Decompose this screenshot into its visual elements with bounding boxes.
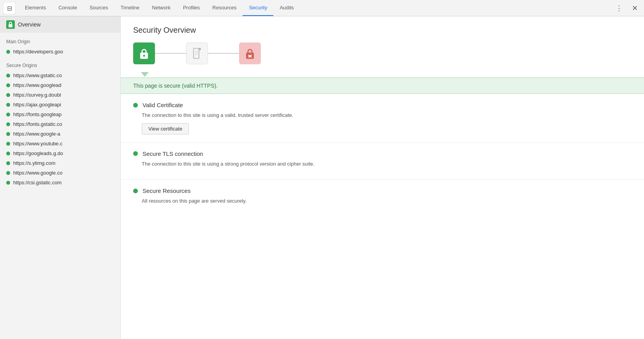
resources-status-dot: [133, 189, 138, 193]
origin-dot: [6, 161, 10, 165]
origin-dot-main: [6, 50, 10, 54]
toolbar-right: ⋮ ✕: [612, 2, 641, 14]
secure-banner: This page is secure (valid HTTPS).: [121, 78, 644, 94]
origin-dot: [6, 83, 10, 87]
connection-diagram: [121, 42, 644, 72]
tls-section-desc: The connection to this site is using a s…: [142, 160, 632, 168]
tab-sources[interactable]: Sources: [83, 0, 114, 16]
tls-status-dot: [133, 151, 138, 156]
secure-lock-node: [133, 42, 155, 64]
certificate-section-header: Valid Certificate: [133, 102, 632, 108]
list-item[interactable]: https://fonts.googleap: [0, 109, 120, 119]
more-options-button[interactable]: ⋮: [612, 2, 626, 14]
list-item[interactable]: https://www.youtube.c: [0, 139, 120, 148]
origin-dot: [6, 74, 10, 78]
origin-dot: [6, 152, 10, 155]
list-item[interactable]: https://www.google.co: [0, 168, 120, 178]
origin-dot: [6, 103, 10, 107]
tls-section-title: Secure TLS connection: [143, 150, 203, 157]
list-item[interactable]: https://ajax.googleapi: [0, 100, 120, 109]
list-item[interactable]: https://fonts.gstatic.co: [0, 119, 120, 129]
tab-network[interactable]: Network: [146, 0, 177, 16]
tab-resources[interactable]: Resources: [206, 0, 243, 16]
tab-console[interactable]: Console: [52, 0, 83, 16]
list-item[interactable]: https://www.google-a: [0, 129, 120, 139]
origin-dot: [6, 142, 10, 146]
certificate-section-desc: The connection to this site is using a v…: [142, 111, 632, 119]
chevron-indicator: [141, 72, 149, 77]
origin-dot: [6, 113, 10, 117]
main-origin-item[interactable]: https://developers.goo: [0, 47, 120, 56]
certificate-status-dot: [133, 103, 138, 108]
tab-timeline[interactable]: Timeline: [114, 0, 146, 16]
page-title: Security Overview: [121, 16, 644, 42]
devtools-logo: ⊟: [3, 2, 16, 14]
sidebar: Overview Main Origin https://developers.…: [0, 16, 121, 339]
close-devtools-button[interactable]: ✕: [629, 2, 641, 14]
svg-point-4: [143, 55, 145, 57]
toolbar-tabs: Elements Console Sources Timeline Networ…: [19, 0, 612, 16]
tls-section-header: Secure TLS connection: [133, 150, 632, 157]
tab-security[interactable]: Security: [243, 0, 273, 16]
resources-section-title: Secure Resources: [143, 187, 190, 194]
certificate-section: Valid Certificate The connection to this…: [121, 94, 644, 143]
svg-text:⊟: ⊟: [7, 5, 12, 12]
sidebar-item-overview[interactable]: Overview: [0, 16, 120, 33]
svg-rect-2: [9, 24, 12, 27]
list-item[interactable]: https://s.ytimg.com: [0, 158, 120, 168]
view-certificate-button[interactable]: View certificate: [142, 123, 189, 134]
insecure-lock-node: [239, 42, 261, 64]
resources-section: Secure Resources All resources on this p…: [121, 180, 644, 217]
conn-line-1: [155, 53, 186, 54]
main-content: Security Overview: [121, 16, 644, 339]
origin-dot: [6, 93, 10, 97]
certificate-section-title: Valid Certificate: [143, 102, 183, 108]
list-item[interactable]: https://survey.g.doubl: [0, 90, 120, 100]
main-layout: Overview Main Origin https://developers.…: [0, 16, 644, 339]
secure-origins-section-label: Secure Origins: [0, 56, 120, 71]
origin-dot: [6, 181, 10, 185]
tls-section: Secure TLS connection The connection to …: [121, 143, 644, 180]
conn-line-2: [208, 53, 239, 54]
origin-dot: [6, 171, 10, 175]
tab-audits[interactable]: Audits: [273, 0, 300, 16]
overview-lock-icon: [6, 20, 15, 29]
origin-dot: [6, 122, 10, 126]
tab-elements[interactable]: Elements: [19, 0, 52, 16]
svg-rect-5: [194, 48, 199, 58]
document-node: [186, 42, 208, 64]
list-item[interactable]: https://www.gstatic.co: [0, 71, 120, 80]
resources-section-header: Secure Resources: [133, 187, 632, 194]
main-origin-section-label: Main Origin: [0, 33, 120, 47]
secure-banner-text: This page is secure (valid HTTPS).: [133, 83, 218, 89]
resources-section-desc: All resources on this page are served se…: [142, 197, 632, 205]
list-item[interactable]: https://csi.gstatic.com: [0, 178, 120, 187]
list-item[interactable]: https://googleads.g.do: [0, 148, 120, 158]
tab-profiles[interactable]: Profiles: [177, 0, 206, 16]
list-item[interactable]: https://www.googlead: [0, 80, 120, 90]
devtools-toolbar: ⊟ Elements Console Sources Timeline Netw…: [0, 0, 644, 16]
origin-dot: [6, 132, 10, 136]
